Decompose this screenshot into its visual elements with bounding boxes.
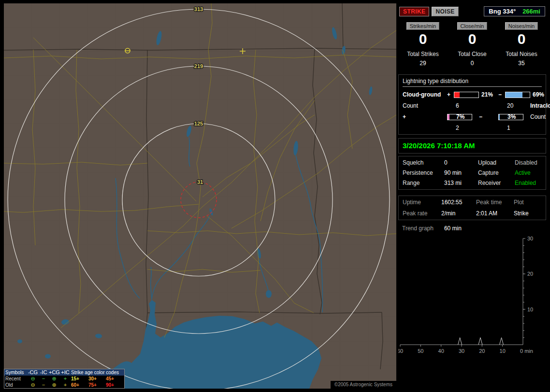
- sidebar: STRIKE NOISE Bng 334° 266mi Strikes/min …: [398, 3, 546, 392]
- legend-recent-label: Recent: [5, 376, 28, 381]
- capture-status: Active: [515, 169, 542, 176]
- total-noises-value: 35: [497, 60, 546, 67]
- svg-text:50: 50: [418, 348, 423, 354]
- capture-label: Capture: [478, 169, 515, 176]
- receiver-status: Enabled: [515, 180, 542, 186]
- intracloud-label: Intracloud: [530, 102, 550, 109]
- trend-window-value: 60 min: [444, 225, 462, 232]
- legend-recent-row: Recent ⊖ − ⊕ + 15+ 30+ 45+: [4, 376, 124, 382]
- age-75: 75+: [88, 382, 106, 388]
- legend-col-pos-cg: +CG: [49, 370, 59, 375]
- plot-label: Plot: [514, 199, 542, 206]
- trend-graph-label: Trend graph: [402, 225, 434, 232]
- peak-time-value: 2:01 AM: [476, 210, 514, 217]
- trend-graph-header: Trend graph 60 min: [398, 220, 546, 233]
- clock-panel: 3/20/2026 7:10:18 AM: [398, 138, 546, 154]
- distribution-grid: Cloud-ground + 21% − 69% Count 6 20 Intr…: [403, 91, 542, 131]
- total-strikes-label: Total Strikes: [398, 51, 448, 57]
- uptime-value: 1602:55: [441, 199, 476, 206]
- datetime-display: 3/20/2026 7:10:18 AM: [403, 141, 475, 150]
- legend-old-label: Old: [5, 382, 28, 388]
- old-pos-ic-icon: +: [59, 382, 71, 388]
- cg-minus-sign: −: [498, 91, 505, 98]
- peak-time-label: Peak time: [476, 199, 514, 206]
- legend-col-neg-cg: -CG: [28, 370, 38, 375]
- status-grid: Uptime 1602:55 Peak time Plot Peak rate …: [403, 199, 542, 217]
- noise-mode-button[interactable]: NOISE: [432, 7, 458, 16]
- recent-neg-ic-icon: −: [38, 376, 49, 381]
- recent-pos-ic-icon: +: [59, 376, 71, 381]
- ic-negative-count: 1: [505, 125, 530, 131]
- uptime-label: Uptime: [403, 199, 441, 206]
- ring-label-31: 31: [197, 179, 203, 185]
- map-legend: Symbols -CG -IC +CG +IC Strike age color…: [4, 369, 125, 389]
- rate-col-close: Close/min 0 Total Close 0: [448, 21, 497, 67]
- legend-age-header: Strike age color codes: [71, 370, 122, 375]
- status-panel: Uptime 1602:55 Peak time Plot Peak rate …: [398, 196, 546, 220]
- old-neg-cg-icon: ⊖: [28, 382, 38, 388]
- map-canvas[interactable]: 313 219 125 31: [4, 3, 396, 389]
- distribution-title: Lightning type distribution: [403, 78, 542, 87]
- cloud-ground-label: Cloud-ground: [403, 91, 447, 98]
- plot-value: Strike: [514, 210, 542, 217]
- cg-positive-bar-fill: [454, 92, 460, 98]
- noises-per-min-value: 0: [497, 31, 546, 47]
- close-per-min-value: 0: [448, 31, 497, 47]
- bearing-distance: 266mi: [522, 8, 540, 15]
- recent-pos-cg-icon: ⊕: [49, 376, 59, 381]
- peak-rate-value: 2/min: [441, 210, 476, 217]
- ring-label-125: 125: [194, 121, 203, 126]
- squelch-value: 0: [444, 159, 478, 166]
- strikes-per-min-value: 0: [398, 31, 448, 47]
- cg-positive-bar: [454, 92, 479, 98]
- age-30: 30+: [88, 376, 106, 381]
- cg-positive-pct: 21%: [479, 91, 498, 98]
- rates-section: Strikes/min 0 Total Strikes 29 Close/min…: [398, 20, 546, 67]
- noises-per-min-badge: Noises/min: [505, 22, 538, 30]
- cg-negative-bar-fill: [506, 92, 522, 98]
- lightning-distribution-panel: Lightning type distribution Cloud-ground…: [398, 74, 546, 135]
- settings-grid: Squelch 0 Upload Disabled Persistence 90…: [403, 159, 542, 186]
- svg-text:10: 10: [500, 348, 506, 354]
- peak-rate-label: Peak rate: [403, 210, 441, 217]
- persistence-label: Persistence: [403, 169, 444, 176]
- range-label: Range: [403, 180, 444, 186]
- old-pos-cg-icon: ⊕: [49, 382, 59, 388]
- ic-negative-bar-fill: [499, 114, 500, 120]
- strike-map[interactable]: 313 219 125 31 Symbols -CG -IC +CG +IC S…: [4, 3, 396, 389]
- svg-text:20: 20: [479, 348, 485, 354]
- svg-text:10: 10: [527, 307, 533, 312]
- copyright-notice: ©2005 Astrogenic Systems: [331, 381, 396, 389]
- cg-plus-sign: +: [447, 91, 454, 98]
- trend-graph: 3020106050403020100 min: [398, 235, 546, 360]
- old-neg-ic-icon: −: [38, 382, 49, 388]
- upload-label: Upload: [478, 159, 515, 166]
- cg-negative-pct: 69%: [530, 91, 550, 98]
- rate-col-strikes: Strikes/min 0 Total Strikes 29: [398, 21, 448, 67]
- legend-col-pos-ic: +IC: [59, 370, 71, 375]
- sidebar-topbar: STRIKE NOISE Bng 334° 266mi: [398, 3, 546, 20]
- ic-negative-pct: 3%: [505, 113, 530, 120]
- ic-positive-count: 2: [454, 125, 479, 131]
- squelch-label: Squelch: [403, 159, 444, 166]
- age-15: 15+: [71, 376, 88, 381]
- svg-text:40: 40: [438, 348, 444, 354]
- bearing-display: Bng 334° 266mi: [484, 6, 545, 16]
- age-60: 60+: [71, 382, 88, 388]
- strike-mode-button[interactable]: STRIKE: [399, 7, 429, 16]
- ic-positive-pct: 7%: [454, 113, 479, 120]
- svg-text:20: 20: [527, 271, 533, 277]
- svg-text:60: 60: [398, 348, 403, 354]
- lightning-detector-app: 313 219 125 31 Symbols -CG -IC +CG +IC S…: [0, 0, 550, 392]
- close-per-min-badge: Close/min: [457, 22, 488, 30]
- ring-label-219: 219: [194, 63, 203, 69]
- total-strikes-value: 29: [398, 60, 448, 67]
- age-90: 90+: [106, 382, 122, 388]
- bearing-value: Bng 334°: [489, 8, 516, 15]
- range-value: 313 mi: [444, 180, 478, 186]
- ic-minus-sign: −: [479, 113, 498, 120]
- legend-col-neg-ic: -IC: [38, 370, 49, 375]
- persistence-value: 90 min: [444, 169, 478, 176]
- legend-header-row: Symbols -CG -IC +CG +IC Strike age color…: [4, 369, 124, 376]
- ring-label-313: 313: [194, 6, 203, 12]
